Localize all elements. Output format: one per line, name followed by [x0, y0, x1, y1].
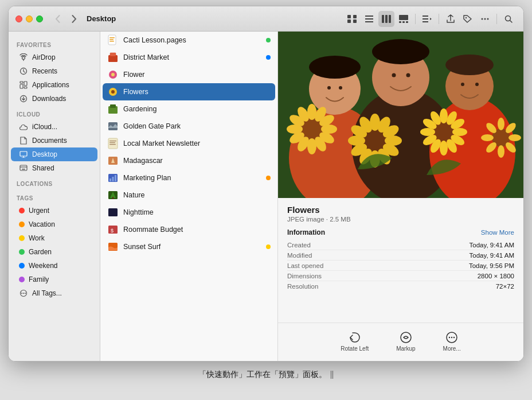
svg-point-110: [452, 128, 467, 136]
markup-icon: [400, 331, 412, 344]
svg-point-45: [111, 90, 115, 94]
back-button[interactable]: [51, 12, 65, 26]
file-item-flowers[interactable]: Flowers: [103, 83, 275, 100]
svg-point-75: [461, 83, 464, 86]
markup-button[interactable]: Markup: [392, 329, 420, 354]
file-item-golden-gate[interactable]: Golden Gate Park: [100, 118, 277, 135]
shared-icon: [19, 164, 28, 173]
svg-rect-56: [112, 177, 114, 181]
sidebar-item-desktop[interactable]: Desktop: [11, 147, 97, 161]
svg-point-107: [440, 108, 448, 123]
svg-point-79: [445, 55, 494, 75]
sidebar-item-documents[interactable]: Documents: [11, 134, 97, 147]
info-label: Created: [287, 242, 311, 248]
file-name-flowers: Flowers: [123, 88, 271, 96]
show-more-link[interactable]: Show More: [481, 229, 514, 236]
sidebar-item-shared[interactable]: Shared: [11, 161, 97, 175]
file-item-madagascar[interactable]: Madagascar: [100, 152, 277, 169]
view-columns-button[interactable]: [378, 11, 394, 27]
file-item-sunset-surf[interactable]: Sunset Surf: [100, 238, 277, 255]
sidebar-item-icloud-label: iCloud...: [32, 123, 57, 131]
rotate-left-button[interactable]: Rotate Left: [336, 329, 373, 354]
sidebar-item-garden[interactable]: Garden: [11, 245, 97, 259]
svg-rect-11: [399, 21, 401, 23]
window-title: Desktop: [87, 14, 116, 23]
view-icons-button[interactable]: [344, 11, 360, 27]
svg-rect-7: [382, 15, 384, 23]
svg-point-132: [453, 337, 455, 338]
sidebar-item-garden-label: Garden: [29, 248, 52, 256]
group-button[interactable]: [419, 11, 435, 27]
svg-rect-9: [389, 15, 391, 23]
file-item-marketing-plan[interactable]: Marketing Plan: [100, 169, 277, 187]
sidebar-item-weekend-label: Weekend: [29, 262, 57, 270]
sidebar-item-recents[interactable]: Recents: [11, 64, 97, 78]
svg-point-35: [25, 293, 26, 294]
file-item-roommate-budget[interactable]: $ Roommate Budget: [100, 221, 277, 238]
quick-action-indicator: [330, 371, 334, 379]
sidebar-item-icloud[interactable]: iCloud...: [11, 120, 97, 134]
file-name-madagascar: Madagascar: [123, 157, 271, 165]
sidebar-item-weekend[interactable]: Weekend: [11, 259, 97, 273]
file-item-local-market[interactable]: Local Market Newsletter: [100, 135, 277, 152]
file-name-gardening: Gardening: [123, 105, 271, 113]
close-button[interactable]: [15, 15, 22, 22]
info-row-dimensions: Dimensions 2800 × 1800: [287, 271, 514, 281]
info-value: Today, 9:41 AM: [470, 242, 514, 248]
sidebar-item-family-label: Family: [29, 275, 49, 284]
minimize-button[interactable]: [26, 15, 33, 22]
sidebar-item-work[interactable]: Work: [11, 231, 97, 245]
sidebar-item-family[interactable]: Family: [11, 273, 97, 286]
svg-rect-1: [353, 15, 357, 18]
file-item-nighttime[interactable]: Nighttime: [100, 204, 277, 221]
svg-point-34: [23, 293, 24, 294]
sidebar-item-work-label: Work: [29, 234, 45, 242]
sidebar-item-applications[interactable]: Applications: [11, 78, 97, 92]
caption-area: 「快速動作」工作在「預覽」面板。: [198, 370, 334, 380]
svg-rect-51: [109, 142, 115, 143]
more-icon: [445, 331, 458, 344]
svg-point-106: [433, 122, 454, 142]
file-icon-local-market: [107, 138, 119, 149]
view-gallery-button[interactable]: [396, 11, 412, 27]
sidebar-item-all-tags[interactable]: All Tags...: [11, 286, 97, 300]
sidebar-item-urgent[interactable]: Urgent: [11, 204, 97, 218]
search-button[interactable]: [500, 11, 517, 27]
svg-point-73: [392, 73, 396, 77]
share-button[interactable]: [443, 11, 459, 27]
svg-rect-57: [115, 175, 116, 181]
svg-point-78: [372, 39, 429, 64]
svg-rect-47: [110, 104, 116, 108]
file-item-gardening[interactable]: Gardening: [100, 100, 277, 118]
file-item-cacti-lesson[interactable]: Cacti Lesson.pages: [100, 32, 277, 49]
more-button[interactable]: More...: [439, 329, 466, 354]
file-item-district-market[interactable]: District Market: [100, 49, 277, 66]
tag-button[interactable]: [460, 11, 476, 27]
fullscreen-button[interactable]: [36, 15, 43, 22]
info-value: 72×72: [496, 283, 514, 290]
file-name-sunset-surf: Sunset Surf: [123, 243, 261, 251]
view-list-button[interactable]: [361, 11, 377, 27]
sidebar-item-urgent-label: Urgent: [29, 207, 49, 215]
file-item-nature[interactable]: Nature: [100, 187, 277, 204]
file-item-flower[interactable]: Flower: [100, 66, 277, 83]
urgent-tag-dot: [19, 208, 25, 213]
svg-rect-4: [365, 15, 373, 17]
sidebar-item-vacation[interactable]: Vacation: [11, 218, 97, 231]
file-name-flower: Flower: [123, 71, 271, 79]
caption-text: 「快速動作」工作在「預覽」面板。: [198, 370, 327, 380]
svg-point-33: [21, 293, 22, 294]
svg-rect-39: [109, 41, 114, 42]
sidebar-item-airdrop[interactable]: AirDrop: [11, 51, 97, 64]
svg-point-19: [482, 18, 483, 20]
family-tag-dot: [19, 277, 25, 282]
sidebar-item-downloads[interactable]: Downloads: [11, 92, 97, 106]
svg-rect-25: [24, 81, 27, 86]
info-rows: Created Today, 9:41 AM Modified Today, 9…: [287, 240, 514, 291]
svg-point-113: [440, 141, 448, 156]
more-actions-button[interactable]: [477, 11, 493, 27]
info-label: Last opened: [287, 262, 323, 269]
forward-button[interactable]: [67, 12, 81, 26]
svg-point-130: [449, 337, 450, 338]
file-icon-sunset-surf: [107, 241, 119, 253]
